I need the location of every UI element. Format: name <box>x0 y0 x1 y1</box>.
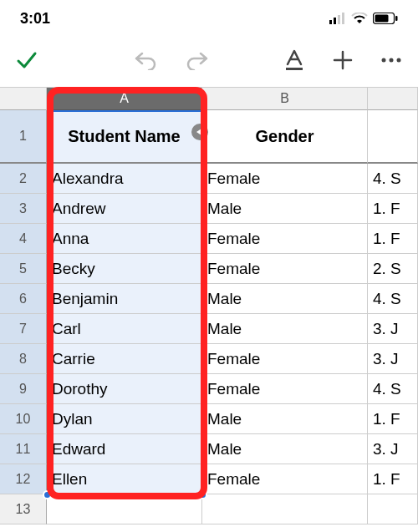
cell[interactable] <box>368 494 418 524</box>
select-all-corner[interactable] <box>0 87 47 110</box>
cell[interactable]: Benjamin <box>47 284 202 314</box>
cell[interactable]: Female <box>202 224 368 254</box>
cell[interactable]: Dylan <box>47 404 202 434</box>
cell-C1[interactable] <box>368 110 418 164</box>
svg-rect-1 <box>334 18 336 24</box>
svg-point-10 <box>397 58 401 63</box>
cell[interactable]: Male <box>202 314 368 344</box>
status-time: 3:01 <box>20 10 50 28</box>
cell[interactable]: 3. J <box>368 434 418 464</box>
cell[interactable]: 1. F <box>368 194 418 224</box>
cell[interactable]: Alexandra <box>47 164 202 194</box>
row-header[interactable]: 2 <box>0 164 47 194</box>
cell[interactable]: Carl <box>47 314 202 344</box>
svg-rect-7 <box>286 68 303 70</box>
svg-rect-6 <box>395 16 398 21</box>
row-header[interactable]: 7 <box>0 314 47 344</box>
column-header-A[interactable]: A <box>47 87 202 110</box>
cell[interactable]: Male <box>202 434 368 464</box>
row-header[interactable]: 4 <box>0 224 47 254</box>
cell[interactable] <box>47 494 202 524</box>
svg-point-9 <box>390 58 394 63</box>
cell[interactable]: 1. F <box>368 224 418 254</box>
row-header[interactable]: 11 <box>0 434 47 464</box>
column-expand-button[interactable] <box>191 124 208 140</box>
cell[interactable]: Male <box>202 194 368 224</box>
cell[interactable]: Female <box>202 464 368 494</box>
status-indicators <box>329 13 398 24</box>
svg-rect-2 <box>338 15 340 24</box>
row-header[interactable]: 12 <box>0 464 47 494</box>
row-header[interactable]: 8 <box>0 344 47 374</box>
cell[interactable]: Becky <box>47 254 202 284</box>
svg-rect-3 <box>342 13 344 24</box>
more-button[interactable] <box>380 48 403 72</box>
confirm-button[interactable] <box>15 48 38 72</box>
svg-rect-5 <box>375 15 389 23</box>
svg-rect-0 <box>329 20 332 24</box>
toolbar <box>0 37 418 84</box>
cell[interactable]: Dorothy <box>47 374 202 404</box>
cell[interactable]: 1. F <box>368 464 418 494</box>
cell[interactable]: Female <box>202 344 368 374</box>
selection-handle[interactable] <box>43 490 52 499</box>
cell-A1[interactable]: Student Name <box>47 110 202 164</box>
selection-handle[interactable] <box>198 490 207 499</box>
cell[interactable]: Female <box>202 254 368 284</box>
cell[interactable]: 1. F <box>368 404 418 434</box>
redo-button[interactable] <box>186 48 209 72</box>
row-header[interactable]: 1 <box>0 110 47 164</box>
cell[interactable]: Anna <box>47 224 202 254</box>
cell[interactable]: Female <box>202 164 368 194</box>
cell[interactable]: Carrie <box>47 344 202 374</box>
cellular-icon <box>329 13 346 24</box>
row-header[interactable]: 10 <box>0 404 47 434</box>
cell[interactable]: 4. S <box>368 284 418 314</box>
battery-icon <box>373 13 398 24</box>
row-header[interactable]: 5 <box>0 254 47 284</box>
cell[interactable]: Ellen <box>47 464 202 494</box>
column-header-C[interactable] <box>368 87 418 110</box>
cell[interactable]: Male <box>202 404 368 434</box>
cell-B1[interactable]: Gender <box>202 110 368 164</box>
cell[interactable]: 3. J <box>368 344 418 374</box>
cell[interactable]: 3. J <box>368 314 418 344</box>
row-header[interactable]: 9 <box>0 374 47 404</box>
wifi-icon <box>351 13 368 24</box>
cell[interactable] <box>202 494 368 524</box>
column-header-B[interactable]: B <box>202 87 368 110</box>
cell[interactable]: 4. S <box>368 374 418 404</box>
status-bar: 3:01 <box>0 0 418 37</box>
cell[interactable]: Edward <box>47 434 202 464</box>
add-button[interactable] <box>331 48 354 72</box>
undo-button[interactable] <box>134 48 157 72</box>
text-format-button[interactable] <box>283 48 306 72</box>
cell[interactable]: Andrew <box>47 194 202 224</box>
row-header[interactable]: 3 <box>0 194 47 224</box>
spreadsheet[interactable]: A B 1 Student Name Gender 2AlexandraFema… <box>0 87 418 524</box>
row-header[interactable]: 13 <box>0 494 47 524</box>
cell[interactable]: 4. S <box>368 164 418 194</box>
row-header[interactable]: 6 <box>0 284 47 314</box>
cell[interactable]: Female <box>202 374 368 404</box>
cell[interactable]: Male <box>202 284 368 314</box>
cell[interactable]: 2. S <box>368 254 418 284</box>
svg-point-8 <box>382 58 386 63</box>
